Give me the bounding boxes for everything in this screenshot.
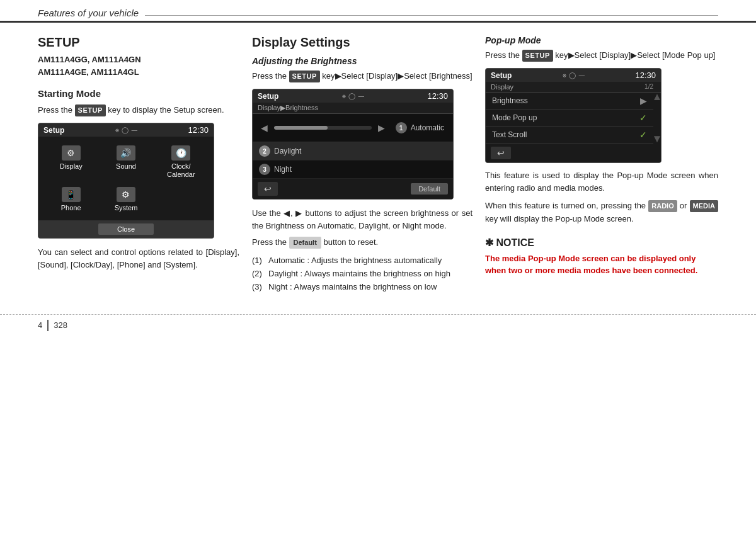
footer-divider [47, 320, 49, 331]
daylight-option[interactable]: 2 Daylight [253, 142, 453, 161]
feature-text: This feature is used to display the Pop-… [485, 169, 718, 195]
list-items: (1) Automatic : Adjusts the brightness a… [252, 256, 472, 291]
brightness-slider-row: ◀ ▶ 1 Automatic [253, 114, 453, 142]
col-right: Pop-up Mode Press the SETUP key▶Select [… [485, 35, 718, 295]
setup-title: SETUP [38, 35, 239, 50]
brightness-bar [274, 126, 372, 130]
notice-title: ✱ NOTICE [485, 237, 718, 249]
header-title: Features of your vehicle [38, 8, 139, 18]
brightness-right-arrow[interactable]: ▶ [375, 123, 388, 133]
popup-menu-text-scroll[interactable]: Text Scroll ✓ [486, 127, 653, 144]
brightness-body: ◀ ▶ 1 Automatic 2 Daylight 3 Nigh [253, 114, 453, 199]
list-item-3: (3) Night : Always maintains the brightn… [252, 282, 472, 291]
col-left: SETUP AM111A4GG, AM111A4GN AM111A4GE, AM… [38, 35, 252, 295]
bluetooth-icon3: ⎈ [563, 72, 566, 79]
option-num-2: 2 [259, 145, 270, 157]
starting-mode-text: Press the SETUP key to display the Setup… [38, 104, 239, 116]
you-can-text: You can select and control options relat… [38, 246, 239, 271]
brightness-left-arrow[interactable]: ◀ [258, 123, 270, 133]
setup-main-screen: Setup ⎈ ◯ ⸻ 12:30 ⚙ Display 🔊 Sound [38, 123, 214, 238]
header-bar: Features of your vehicle [0, 0, 756, 23]
starting-mode-heading: Starting Mode [38, 88, 239, 99]
popup-instruction: Press the SETUP key▶Select [Display]▶Sel… [485, 49, 718, 62]
popup-menu-mode-popup[interactable]: Mode Pop up ✓ [486, 110, 653, 127]
screen1-header: Setup ⎈ ◯ ⸻ 12:30 [38, 123, 214, 137]
usb-icon: ⸻ [131, 127, 137, 133]
circle-icon3: ◯ [569, 72, 576, 79]
sound-icon: 🔊 [117, 145, 135, 161]
screen1-title: Setup [43, 126, 64, 135]
display-settings-title: Display Settings [252, 35, 472, 50]
list-item-1: (1) Automatic : Adjusts the brightness a… [252, 256, 472, 265]
popup-screen: Setup ⎈ ◯ ⸻ 12:30 Display 1/2 Brightness… [485, 68, 662, 163]
setup-menu-grid: ⚙ Display 🔊 Sound 🕐 Clock/Calendar 📱 Pho… [38, 137, 214, 220]
press-default-text: Press the Default button to reset. [252, 236, 472, 249]
automatic-option[interactable]: 1 Automatic [392, 120, 448, 135]
circle-icon2: ◯ [348, 93, 355, 99]
page-indicator: 1/2 [644, 83, 656, 91]
menu-item-system[interactable]: ⚙ System [98, 183, 153, 215]
popup-mode-heading: Pop-up Mode [485, 35, 718, 45]
screen3-title: Setup [491, 71, 512, 80]
when-text: When this feature is turned on, pressing… [485, 200, 718, 225]
col-mid: Display Settings Adjusting the Brightnes… [252, 35, 485, 295]
brightness-footer: ↩ Default [253, 179, 453, 199]
setup-subtitle: AM111A4GG, AM111A4GN AM111A4GE, AM111A4G… [38, 54, 239, 78]
default-btn-inline: Default [289, 237, 321, 249]
screen2-title: Setup [258, 92, 278, 101]
close-button[interactable]: Close [98, 223, 154, 235]
system-icon: ⚙ [117, 187, 135, 202]
menu-item-clock[interactable]: 🕐 Clock/Calendar [154, 142, 209, 183]
scrollbar-up-icon[interactable] [654, 94, 660, 100]
clock-icon: 🕐 [171, 145, 190, 161]
screen3-icons: ⎈ ◯ ⸻ [563, 72, 585, 79]
back-button-brightness[interactable]: ↩ [258, 182, 278, 196]
scrollbar-down-icon[interactable] [654, 136, 660, 142]
header-line [145, 15, 718, 16]
text-scroll-check-icon: ✓ [639, 130, 647, 140]
popup-scrollbar [653, 93, 661, 144]
default-button[interactable]: Default [411, 183, 448, 195]
option-num-3: 3 [259, 164, 270, 175]
circle-icon: ◯ [122, 127, 129, 133]
setup-button-mid: SETUP [289, 71, 320, 82]
display-icon: ⚙ [62, 145, 81, 161]
setup-button-label-left: SETUP [75, 104, 106, 116]
main-content: SETUP AM111A4GG, AM111A4GN AM111A4GE, AM… [0, 23, 756, 308]
screen1-time: 12:30 [188, 125, 209, 135]
screen3-header: Setup ⎈ ◯ ⸻ 12:30 [486, 69, 661, 82]
popup-body: Brightness ▶ Mode Pop up ✓ Text Scroll ✓ [486, 93, 661, 144]
menu-item-sound[interactable]: 🔊 Sound [98, 142, 153, 183]
option-num-1: 1 [396, 122, 407, 133]
use-buttons-text: Use the ◀, ▶ buttons to adjust the scree… [252, 207, 472, 232]
menu-item-phone[interactable]: 📱 Phone [43, 183, 98, 215]
popup-menu-list: Brightness ▶ Mode Pop up ✓ Text Scroll ✓ [486, 93, 653, 144]
radio-button-label: RADIO [648, 200, 677, 212]
screen2-time: 12:30 [427, 91, 448, 101]
mode-popup-check-icon: ✓ [639, 113, 647, 123]
phone-icon: 📱 [62, 187, 81, 202]
footer-number: 4 [38, 320, 42, 330]
screen2-icons: ⎈ ◯ ⸻ [342, 93, 364, 99]
popup-menu-brightness[interactable]: Brightness ▶ [486, 93, 653, 110]
screen2-header: Setup ⎈ ◯ ⸻ 12:30 [253, 89, 453, 103]
notice-text: The media Pop-up Mode screen can be disp… [485, 252, 718, 277]
usb-icon2: ⸻ [358, 93, 364, 99]
media-button-label: MEDIA [690, 200, 718, 212]
usb-icon3: ⸻ [578, 72, 585, 79]
adjusting-brightness-heading: Adjusting the Brightness [252, 56, 472, 66]
menu-item-display[interactable]: ⚙ Display [43, 142, 98, 183]
notice-box: ✱ NOTICE The media Pop-up Mode screen ca… [485, 237, 718, 277]
screen1-icons: ⎈ ◯ ⸻ [115, 127, 137, 133]
list-item-2: (2) Daylight : Always maintains the brig… [252, 269, 472, 278]
setup-close-bar: Close [38, 220, 214, 238]
bluetooth-icon: ⎈ [115, 127, 119, 133]
brightness-arrow-icon: ▶ [640, 96, 647, 106]
brightness-instruction: Press the SETUP key▶Select [Display]▶Sel… [252, 70, 472, 82]
footer: 4 328 [0, 314, 756, 336]
bluetooth-icon2: ⎈ [342, 93, 346, 99]
setup-button-right: SETUP [522, 50, 553, 62]
night-option[interactable]: 3 Night [253, 161, 453, 179]
back-button-popup[interactable]: ↩ [491, 147, 511, 159]
brightness-bar-fill [274, 126, 328, 130]
